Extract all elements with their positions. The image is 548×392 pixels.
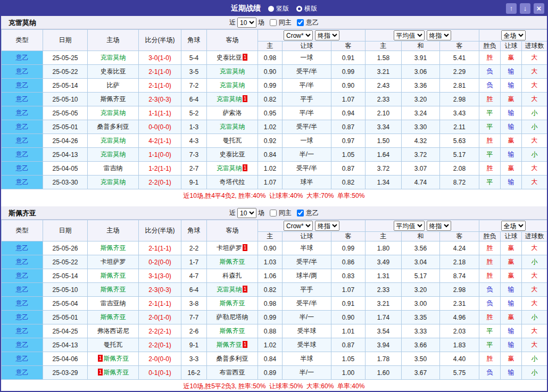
games-label: 场 [258, 208, 264, 218]
odds-source-select[interactable]: Crow* [284, 221, 313, 231]
avg-source-select[interactable]: 平均值 [394, 30, 425, 40]
avg-group-header: 平均值终指 [366, 30, 479, 41]
same-home-checkbox[interactable] [270, 210, 277, 216]
team-name[interactable]: 斯佩齐亚 [217, 341, 242, 348]
team-name[interactable]: 斯佩齐亚 [220, 258, 245, 265]
odds-away-cell: 0.99 [331, 241, 366, 255]
team-name[interactable]: 桑普多利亚 [97, 123, 129, 130]
col-header-odds-handicap: 让球 [283, 41, 331, 51]
avg-home-cell: 3.49 [366, 255, 402, 269]
match-count-select[interactable]: 10 [237, 18, 256, 28]
team-name[interactable]: 斯佩齐亚 [101, 272, 126, 279]
team-name[interactable]: 斯佩齐亚 [220, 299, 245, 307]
corner-cell: 3-8 [181, 297, 207, 311]
team-name[interactable]: 桑普多利亚 [217, 355, 248, 362]
match-row: 意乙25-03-30克雷莫纳2-2(0-1)9-1奇塔代拉1.07球半0.821… [2, 176, 547, 189]
col-header-result: 胜负 [479, 41, 501, 51]
result-goals-cell: 大 [522, 134, 547, 148]
team-name[interactable]: 克雷莫纳 [220, 123, 245, 130]
league-cell: 意乙 [2, 162, 43, 176]
same-home-checkbox[interactable] [270, 19, 277, 26]
team-name[interactable]: 克雷莫纳 [217, 164, 242, 172]
team-name[interactable]: 克雷莫纳 [101, 109, 126, 116]
team-name[interactable]: 弗洛西诺尼 [97, 327, 129, 335]
scroll-up-button[interactable]: ↑ [506, 3, 517, 14]
league-filter-checkbox[interactable] [297, 210, 304, 216]
team-name[interactable]: 萨勒尼塔纳 [217, 313, 248, 321]
avg-away-cell: 1.83 [440, 338, 479, 352]
odds-source-select[interactable]: Crow* [284, 30, 313, 40]
team-name[interactable]: 曼托瓦 [223, 137, 242, 144]
team-name[interactable]: 斯佩齐亚 [101, 313, 126, 321]
team-name[interactable]: 斯佩齐亚 [103, 369, 129, 376]
result-goals-cell: 大 [522, 241, 547, 255]
home-team-cell: 克雷莫纳 [88, 51, 139, 65]
team-name[interactable]: 布雷西亚 [220, 369, 245, 376]
team-name[interactable]: 斯佩齐亚 [101, 244, 126, 252]
view-option-vertical[interactable]: 竖版 [268, 4, 289, 13]
team-name[interactable]: 奇塔代拉 [220, 178, 245, 186]
odds-handicap-cell: 受平/半 [283, 120, 331, 134]
match-row: 意乙25-05-14比萨2-1(1-0)7-2克雷莫纳0.99平/半0.902.… [2, 79, 547, 93]
odds-time-select[interactable]: 终指 [315, 221, 339, 231]
avg-home-cell: 3.21 [366, 297, 402, 311]
team-name[interactable]: 克雷莫纳 [220, 81, 245, 89]
odds-away-cell: 1.05 [331, 148, 366, 162]
team-name[interactable]: 斯佩齐亚 [101, 95, 126, 103]
view-option-horizontal[interactable]: 横版 [296, 4, 317, 13]
team-name[interactable]: 克雷莫纳 [217, 286, 242, 293]
red-card-badge: 1 [243, 341, 248, 348]
team-name[interactable]: 卡坦萨罗 [217, 244, 242, 252]
team-name[interactable]: 比萨 [107, 81, 120, 89]
match-rows: 意乙25-05-25克雷莫纳3-0(1-0)5-4史泰比亚10.98一球0.91… [2, 51, 547, 189]
team-name[interactable]: 雷吉亚纳 [101, 299, 126, 307]
avg-away-cell: 8.72 [440, 176, 479, 189]
col-header-score: 比分(半场) [139, 30, 181, 51]
match-row: 意乙25-05-14斯佩齐亚3-1(3-0)4-7科森扎1.06球半/两0.83… [2, 269, 547, 283]
avg-away-cell: 2.98 [440, 93, 479, 106]
team-name[interactable]: 史泰比亚 [220, 151, 245, 158]
scope-select[interactable]: 全场 [501, 30, 526, 40]
team-name[interactable]: 曼托瓦 [104, 341, 123, 348]
away-team-cell: 萨勒尼塔纳 [207, 311, 258, 324]
avg-away-cell: 3.43 [440, 106, 479, 120]
team-name[interactable]: 雷吉纳 [104, 164, 123, 172]
avg-time-select[interactable]: 终指 [427, 221, 451, 231]
team-name[interactable]: 斯佩齐亚 [103, 355, 129, 362]
team-name[interactable]: 克雷莫纳 [101, 137, 126, 144]
home-team-cell: 斯佩齐亚 [88, 241, 139, 255]
close-button[interactable]: × [534, 3, 544, 14]
scope-select[interactable]: 全场 [501, 221, 526, 231]
team-name[interactable]: 卡坦萨罗 [101, 258, 126, 265]
odds-home-cell: 0.84 [258, 352, 283, 366]
away-team-cell: 克雷莫纳 [207, 65, 258, 79]
team-name[interactable]: 斯佩齐亚 [101, 286, 126, 293]
date-cell: 25-03-30 [43, 176, 88, 189]
result-outcome-cell: 负 [479, 366, 501, 380]
team-name[interactable]: 克雷莫纳 [101, 178, 126, 186]
odds-home-cell: 0.92 [258, 134, 283, 148]
filter-controls: 近 10 场 同主 意乙 [229, 16, 319, 29]
result-goals-cell: 大 [522, 297, 547, 311]
odds-home-cell: 1.06 [258, 269, 283, 283]
team-name[interactable]: 克雷莫纳 [101, 54, 126, 61]
team-name[interactable]: 克雷莫纳 [220, 68, 245, 75]
team-name[interactable]: 史泰比亚 [217, 54, 242, 61]
odds-time-select[interactable]: 终指 [315, 30, 339, 40]
result-handicap-cell: 赢 [501, 255, 522, 269]
team-name[interactable]: 史泰比亚 [101, 68, 126, 75]
odds-away-cell: 1.07 [331, 93, 366, 106]
league-filter-checkbox[interactable] [297, 19, 304, 26]
odds-group-header: Crow*终指 [258, 30, 366, 41]
team-name[interactable]: 斯佩齐亚 [220, 327, 245, 335]
team-name[interactable]: 克雷莫纳 [217, 95, 242, 103]
team-name[interactable]: 克雷莫纳 [101, 151, 126, 158]
avg-source-select[interactable]: 平均值 [394, 221, 425, 231]
team-name[interactable]: 萨索洛 [223, 109, 242, 116]
away-team-cell: 桑普多利亚 [207, 352, 258, 366]
scroll-down-button[interactable]: ↓ [520, 3, 530, 14]
team-name[interactable]: 科森扎 [223, 272, 242, 279]
result-handicap-cell: 赢 [501, 241, 522, 255]
match-count-select[interactable]: 10 [237, 208, 256, 218]
avg-time-select[interactable]: 终指 [427, 30, 451, 40]
